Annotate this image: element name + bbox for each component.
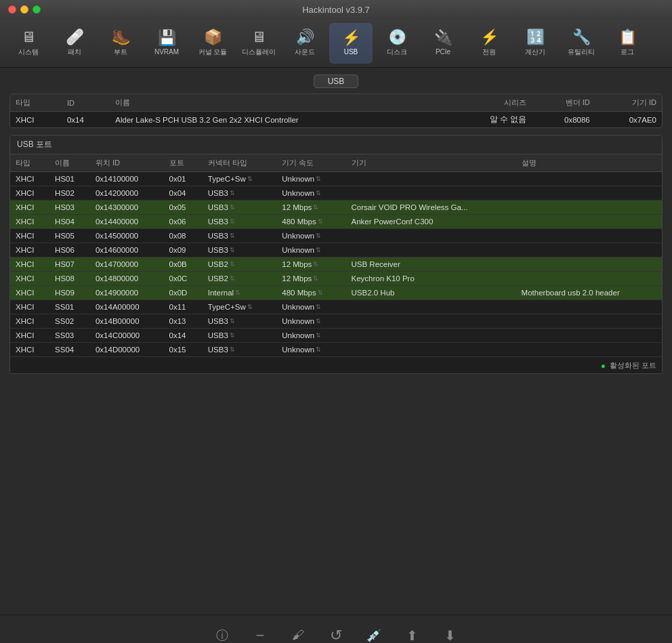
toolbar-power[interactable]: ⚡ 전원: [467, 23, 511, 64]
table-row[interactable]: XHCIHS080x148000000x0CUSB2⇅12 Mbps⇅Keych…: [10, 272, 662, 286]
ports-col-port: 포트: [164, 154, 203, 172]
toolbar-patch[interactable]: 🩹 패치: [53, 23, 96, 64]
ctrl-device: 0x7AE0: [595, 112, 662, 128]
pcie-label: PCIe: [436, 48, 450, 56]
col-id: ID: [62, 94, 110, 112]
table-row[interactable]: XHCI 0x14 Alder Lake-S PCH USB 3.2 Gen 2…: [10, 112, 662, 128]
table-row[interactable]: XHCISS010x14A000000x11TypeC+Sw⇅Unknown⇅: [10, 300, 662, 314]
refresh-button[interactable]: ↺: [324, 623, 348, 644]
col-name: 이름: [110, 94, 448, 112]
util-icon: 🔧: [572, 30, 591, 45]
boot-label: 부트: [114, 47, 127, 57]
usb-ports-section: USB 포트 타입 이름 위치 ID 포트 커넥터 타입 기기 속도 기기 설명: [9, 135, 663, 374]
main-content: USB 타입 ID 이름 시리즈 벤더 ID 기기 ID XHCI 0x14 A…: [0, 68, 672, 615]
table-row[interactable]: XHCIHS030x143000000x05USB3⇅12 Mbps⇅Corsa…: [10, 201, 662, 215]
toolbar-disk[interactable]: 💿 디스크: [375, 23, 419, 64]
nvram-label: NVRAM: [154, 48, 179, 56]
ctrl-series: 알 수 없음: [448, 112, 532, 128]
close-button[interactable]: [8, 5, 16, 14]
ports-col-connector: 커넥터 타입: [203, 154, 277, 172]
inject-button[interactable]: 💉: [362, 623, 386, 644]
display-icon: 🖥: [251, 30, 266, 45]
title-bar: Hackintool v3.9.7: [0, 0, 672, 19]
log-label: 로그: [621, 47, 634, 57]
controller-table: 타입 ID 이름 시리즈 벤더 ID 기기 ID XHCI 0x14 Alder…: [10, 94, 662, 127]
system-icon: 🖥: [21, 30, 36, 45]
bottom-toolbar: ⓘ − 🖌 ↺ 💉 ⬆ ⬇: [0, 615, 672, 643]
patch-label: 패치: [68, 47, 81, 57]
boot-icon: 🥾: [112, 30, 130, 45]
main-toolbar: 🖥 시스템 🩹 패치 🥾 부트 💾 NVRAM 📦 커널 모듈 🖥 디스플레이 …: [0, 19, 672, 68]
col-series: 시리즈: [448, 94, 532, 112]
calc-label: 계산기: [525, 47, 545, 57]
pcie-icon: 🔌: [434, 30, 453, 45]
toolbar-nvram[interactable]: 💾 NVRAM: [145, 23, 188, 64]
toolbar-kernel[interactable]: 📦 커널 모듈: [191, 23, 234, 64]
toolbar-sound[interactable]: 🔊 사운드: [283, 23, 327, 64]
ctrl-vendor: 0x8086: [532, 112, 595, 128]
table-row[interactable]: XHCISS030x14C000000x14USB3⇅Unknown⇅: [10, 329, 662, 343]
table-row[interactable]: XHCISS040x14D000000x15USB3⇅Unknown⇅: [10, 343, 662, 357]
toolbar-util[interactable]: 🔧 유틸리티: [560, 23, 603, 64]
minimize-button[interactable]: [20, 5, 28, 14]
nvram-icon: 💾: [158, 30, 176, 45]
toolbar-usb[interactable]: ⚡ USB: [329, 23, 373, 64]
controller-table-wrapper: 타입 ID 이름 시리즈 벤더 ID 기기 ID XHCI 0x14 Alder…: [9, 94, 663, 128]
table-row[interactable]: XHCIHS070x147000000x0BUSB2⇅12 Mbps⇅USB R…: [10, 257, 662, 272]
table-row[interactable]: XHCIHS050x145000000x08USB3⇅Unknown⇅: [10, 229, 662, 243]
legend-text: 활성화된 포트: [610, 360, 656, 371]
ctrl-id: 0x14: [62, 112, 110, 128]
table-row[interactable]: XHCIHS060x146000000x09USB3⇅Unknown⇅: [10, 243, 662, 257]
ports-table-wrapper[interactable]: 타입 이름 위치 ID 포트 커넥터 타입 기기 속도 기기 설명 XHCIHS…: [10, 154, 662, 358]
util-label: 유틸리티: [568, 47, 595, 57]
legend-dot: ●: [601, 361, 606, 371]
table-row[interactable]: XHCIHS040x144000000x06USB3⇅480 Mbps⇅Anke…: [10, 215, 662, 229]
ports-col-device: 기기: [346, 154, 516, 172]
usb-icon: ⚡: [342, 30, 360, 45]
sound-icon: 🔊: [296, 30, 314, 45]
traffic-lights: [8, 5, 41, 14]
log-icon: 📋: [618, 30, 637, 45]
ctrl-type: XHCI: [10, 112, 62, 128]
usb-label: USB: [344, 48, 358, 56]
toolbar-display[interactable]: 🖥 디스플레이: [237, 23, 280, 64]
toolbar-boot[interactable]: 🥾 부트: [99, 23, 142, 64]
table-row[interactable]: XHCIHS020x142000000x04USB3⇅Unknown⇅: [10, 186, 662, 201]
clear-button[interactable]: 🖌: [286, 623, 310, 644]
maximize-button[interactable]: [33, 5, 41, 14]
info-button[interactable]: ⓘ: [210, 623, 234, 644]
remove-button[interactable]: −: [248, 623, 272, 644]
toolbar-calc[interactable]: 🔢 계산기: [513, 23, 557, 64]
disk-icon: 💿: [388, 30, 406, 45]
ports-col-speed: 기기 속도: [276, 154, 345, 172]
usb-section-header: USB: [9, 75, 663, 88]
disk-label: 디스크: [387, 47, 407, 57]
import-button[interactable]: ⬆: [400, 623, 424, 644]
ports-section-title: USB 포트: [10, 136, 662, 154]
ports-col-name: 이름: [49, 154, 90, 172]
table-row[interactable]: XHCISS020x14B000000x13USB3⇅Unknown⇅: [10, 314, 662, 329]
power-label: 전원: [482, 47, 496, 57]
col-type: 타입: [10, 94, 62, 112]
toolbar-system[interactable]: 🖥 시스템: [7, 23, 50, 64]
table-row[interactable]: XHCIHS010x141000000x01TypeC+Sw⇅Unknown⇅: [10, 172, 662, 186]
window-title: Hackintool v3.9.7: [302, 5, 370, 15]
export-button[interactable]: ⬇: [438, 623, 462, 644]
sound-label: 사운드: [295, 47, 315, 57]
toolbar-pcie[interactable]: 🔌 PCIe: [421, 23, 465, 64]
display-label: 디스플레이: [242, 47, 276, 57]
kernel-icon: 📦: [204, 30, 222, 45]
toolbar-log[interactable]: 📋 로그: [606, 23, 649, 64]
ports-col-location: 위치 ID: [90, 154, 164, 172]
usb-badge: USB: [314, 75, 359, 88]
col-vendor-id: 벤더 ID: [532, 94, 595, 112]
calc-icon: 🔢: [526, 30, 545, 45]
ctrl-name: Alder Lake-S PCH USB 3.2 Gen 2x2 XHCI Co…: [110, 112, 448, 128]
patch-icon: 🩹: [66, 30, 84, 45]
kernel-label: 커널 모듈: [198, 47, 228, 57]
system-label: 시스템: [18, 47, 39, 57]
table-row[interactable]: XHCIHS090x149000000x0DInternal⇅480 Mbps⇅…: [10, 286, 662, 300]
ports-table: 타입 이름 위치 ID 포트 커넥터 타입 기기 속도 기기 설명 XHCIHS…: [10, 154, 662, 358]
power-icon: ⚡: [480, 30, 499, 45]
col-device-id: 기기 ID: [595, 94, 662, 112]
